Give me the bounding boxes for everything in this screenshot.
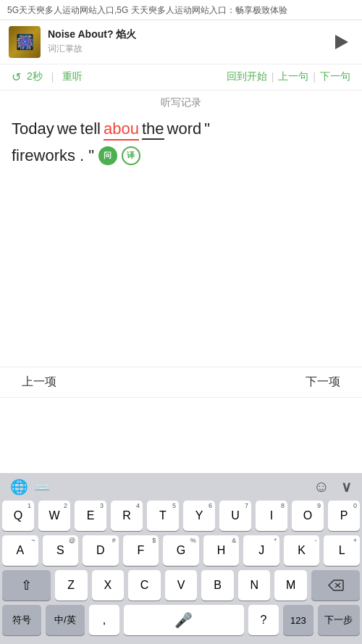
key-B[interactable]: B — [201, 570, 234, 601]
key-E[interactable]: 3E — [75, 501, 106, 531]
audio-card: 🎆 Noise About? 焰火 词汇掌故 — [0, 20, 362, 64]
audio-source: 词汇掌故 — [48, 43, 323, 55]
top-banner: 5G天天奭多人运动网站入口,5G 天天奭多人运动网站入口：畅享极致体验 — [0, 0, 362, 20]
comma-key[interactable]: , — [89, 605, 119, 635]
key-G[interactable]: %G — [163, 535, 199, 566]
symbol-key[interactable]: 符号 — [2, 605, 41, 635]
dictation-content: Today we tell abou the word " fireworks … — [0, 112, 362, 199]
hide-keyboard-icon[interactable]: ∨ — [341, 478, 352, 495]
next-step-key[interactable]: 下一步 — [318, 605, 360, 635]
keyboard-row-4: 符号 中/英 , 🎤 ? 123 下一步 — [2, 605, 360, 635]
timer-label[interactable]: 2秒 — [27, 70, 43, 83]
mic-icon: 🎤 — [174, 611, 193, 629]
play-icon — [335, 35, 348, 49]
word-fireworks: fireworks — [12, 146, 75, 165]
question-badge[interactable]: 问 — [98, 146, 117, 165]
controls-right: 回到开始 | 上一句 | 下一句 — [227, 70, 350, 83]
keyboard-row-3: ⇧ Z X C V B N M — [2, 570, 360, 601]
key-V[interactable]: V — [165, 570, 198, 601]
key-C[interactable]: C — [128, 570, 161, 601]
prev-item-button[interactable]: 上一项 — [22, 375, 56, 390]
key-H[interactable]: &H — [203, 535, 240, 566]
word-quote-open: " — [204, 120, 210, 138]
next-item-button[interactable]: 下一项 — [306, 375, 340, 390]
keyboard-rows: 1Q 2W 3E 4R 5T 6Y 7U 8I 9O 0P ~A @S #D $… — [0, 501, 362, 644]
numpad-key[interactable]: 123 — [283, 605, 313, 635]
space-key[interactable]: 🎤 — [124, 605, 244, 635]
key-U[interactable]: 7U — [219, 501, 251, 531]
key-M[interactable]: M — [274, 570, 307, 601]
thumbnail-image: 🎆 — [9, 26, 41, 58]
word-abou: abou — [104, 120, 139, 141]
keyboard-row-1: 1Q 2W 3E 4R 5T 6Y 7U 8I 9O 0P — [2, 501, 360, 531]
lang-switch-key[interactable]: 中/英 — [46, 605, 85, 635]
keyboard-globe-icon[interactable]: 🌐 — [10, 478, 28, 495]
key-R[interactable]: 4R — [111, 501, 143, 531]
audio-title: Noise About? 焰火 — [48, 28, 323, 41]
key-I[interactable]: 8I — [256, 501, 287, 531]
word-we: we — [57, 120, 77, 138]
audio-info: Noise About? 焰火 词汇掌故 — [41, 28, 330, 55]
delete-icon — [328, 580, 344, 591]
keyboard-type-icon[interactable]: ⌨️ — [34, 479, 50, 495]
next-sentence-button[interactable]: 下一句 — [320, 70, 350, 83]
play-button[interactable] — [330, 30, 353, 54]
key-Q[interactable]: 1Q — [2, 501, 34, 531]
keyboard-area: 🌐 ⌨️ ☺ ∨ 1Q 2W 3E 4R 5T 6Y 7U 8I 9O 0P ~… — [0, 473, 362, 644]
timer-icon: ↺ — [12, 70, 21, 84]
prev-next-bar: 上一项 下一项 — [0, 367, 362, 398]
go-start-button[interactable]: 回到开始 — [227, 70, 267, 83]
dictation-line2: fireworks . " 问 译 — [12, 146, 350, 165]
key-A[interactable]: ~A — [2, 535, 38, 566]
key-X[interactable]: X — [92, 570, 125, 601]
key-W[interactable]: 2W — [38, 501, 70, 531]
controls-bar: ↺ 2秒 | 重听 回到开始 | 上一句 | 下一句 — [0, 64, 362, 91]
keyboard-toolbar: 🌐 ⌨️ ☺ ∨ — [0, 473, 362, 501]
word-word: word — [167, 120, 202, 138]
key-T[interactable]: 5T — [147, 501, 179, 531]
key-F[interactable]: $F — [123, 535, 159, 566]
relisten-button[interactable]: 重听 — [62, 70, 83, 83]
word-tell: tell — [80, 120, 101, 138]
key-S[interactable]: @S — [43, 535, 79, 566]
keyboard-row-2: ~A @S #D $F %G &H *J -K +L — [2, 535, 360, 566]
kb-toolbar-left: 🌐 ⌨️ — [10, 478, 50, 495]
emoji-icon[interactable]: ☺ — [313, 477, 329, 496]
word-period: . — [80, 146, 84, 165]
key-N[interactable]: N — [238, 570, 271, 601]
prev-sentence-button[interactable]: 上一句 — [278, 70, 308, 83]
key-O[interactable]: 9O — [292, 501, 324, 531]
word-the: the — [142, 120, 164, 140]
key-Y[interactable]: 6Y — [183, 501, 215, 531]
kb-toolbar-right: ☺ ∨ — [313, 477, 352, 496]
period-key[interactable]: ? — [248, 605, 279, 635]
shift-key[interactable]: ⇧ — [2, 570, 51, 601]
word-quote-close: " — [88, 146, 94, 165]
key-J[interactable]: *J — [243, 535, 279, 566]
key-K[interactable]: -K — [284, 535, 320, 566]
banner-text: 5G天天奭多人运动网站入口,5G 天天奭多人运动网站入口：畅享极致体验 — [7, 4, 355, 17]
key-P[interactable]: 0P — [328, 501, 360, 531]
audio-thumbnail: 🎆 — [9, 26, 41, 58]
word-today: Today — [12, 120, 54, 138]
dictation-line1: Today we tell abou the word " — [12, 120, 350, 141]
translate-badge[interactable]: 译 — [122, 146, 140, 165]
delete-key[interactable] — [311, 570, 360, 601]
controls-left: ↺ 2秒 | 重听 — [12, 70, 83, 84]
key-Z[interactable]: Z — [55, 570, 88, 601]
key-L[interactable]: +L — [324, 535, 360, 566]
key-D[interactable]: #D — [83, 535, 119, 566]
dictation-header: 听写记录 — [0, 91, 362, 112]
